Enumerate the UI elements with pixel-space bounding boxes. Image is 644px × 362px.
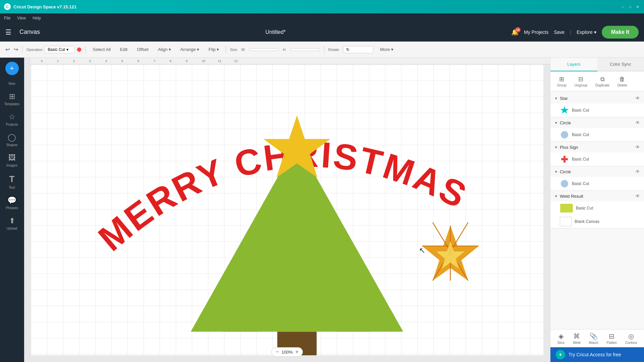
toolbar-divider-4: [324, 46, 324, 54]
canvas-grid: MERRY CHRISTMAS: [31, 64, 543, 355]
my-projects-button[interactable]: My Projects: [524, 29, 548, 35]
sidebar-item-templates[interactable]: ⊞ Templates: [2, 89, 22, 109]
close-button[interactable]: ✕: [635, 4, 640, 9]
width-input[interactable]: [249, 48, 279, 51]
slice-tool[interactable]: ◈ Slice: [557, 332, 565, 345]
chevron-icon: ▼: [554, 97, 558, 100]
minimize-button[interactable]: ─: [621, 4, 625, 9]
redo-button[interactable]: ↪: [14, 46, 18, 53]
layer-item-star-basic-cut[interactable]: Basic Cut: [550, 104, 644, 117]
layer-group-plus-header[interactable]: ▼ Plus Sign 👁: [550, 142, 644, 153]
zoom-in-button[interactable]: +: [296, 349, 299, 355]
notification-badge: 15: [515, 27, 521, 33]
notification-button[interactable]: 🔔 15: [511, 28, 519, 36]
sidebar-item-new[interactable]: New: [2, 79, 22, 88]
delete-button[interactable]: 🗑 Delete: [615, 74, 630, 88]
secondary-toolbar: ↩ ↪ Operation Basic Cut ▾ Select All Edi…: [0, 42, 644, 58]
menu-file[interactable]: File: [4, 16, 10, 20]
rotate-label: Rotate: [328, 48, 339, 52]
sidebar-item-text[interactable]: T Text: [2, 171, 22, 192]
select-all-button[interactable]: Select All: [90, 46, 113, 53]
edit-button[interactable]: Edit: [117, 46, 130, 53]
canvas-label: Canvas: [19, 28, 40, 36]
rotate-input[interactable]: ↻: [343, 46, 373, 53]
layer-item-circle-2-basic-cut[interactable]: Basic Cut: [550, 177, 644, 190]
more-button[interactable]: More ▾: [377, 46, 396, 53]
visibility-toggle[interactable]: 👁: [635, 169, 640, 174]
upload-icon: ⬆: [9, 217, 15, 225]
layer-thumbnail: [560, 106, 569, 115]
hamburger-menu[interactable]: ☰: [5, 28, 11, 36]
visibility-toggle[interactable]: 👁: [635, 144, 640, 150]
arrange-button[interactable]: Arrange ▾: [178, 46, 202, 53]
visibility-toggle[interactable]: 👁: [635, 193, 640, 199]
cricut-icon: ✦: [556, 350, 565, 359]
visibility-toggle[interactable]: 👁: [635, 120, 640, 125]
layer-group-circle-1: ▼ Circle 👁 Basic Cut: [550, 117, 644, 142]
maximize-button[interactable]: □: [628, 4, 633, 9]
weld-tool[interactable]: ⌘ Weld: [573, 332, 581, 345]
svg-rect-16: [561, 158, 568, 160]
layer-item-blank-canvas[interactable]: Blank Canvas: [550, 215, 644, 228]
ungroup-icon: ⊟: [578, 75, 583, 83]
layer-group-circle-2-header[interactable]: ▼ Circle 👁: [550, 166, 644, 177]
tab-layers[interactable]: Layers: [550, 58, 597, 71]
layer-thumbnail: [560, 203, 573, 213]
layer-thumbnail: [560, 155, 569, 164]
menu-view[interactable]: View: [17, 16, 26, 20]
slice-icon: ◈: [558, 332, 564, 340]
explore-button[interactable]: Explore ▾: [577, 29, 596, 35]
align-button[interactable]: Align ▾: [155, 46, 174, 53]
layer-group-weld: ▼ Weld Result 👁 Basic Cut Blank Canvas: [550, 191, 644, 229]
toolbar-right: 🔔 15 My Projects Save | Explore ▾ Make I…: [511, 26, 639, 39]
duplicate-button[interactable]: ⧉ Duplicate: [593, 74, 612, 88]
sidebar-item-phrases[interactable]: 💬 Phrases: [2, 193, 22, 213]
visibility-toggle[interactable]: 👁: [635, 96, 640, 101]
operation-select[interactable]: Basic Cut ▾: [45, 46, 75, 53]
chevron-icon: ▼: [554, 194, 558, 198]
menu-help[interactable]: Help: [33, 16, 41, 20]
tab-color-sync[interactable]: Color Sync: [597, 58, 644, 71]
cricut-banner-text: Try Cricut Access for free: [569, 352, 621, 357]
toolbar-divider-2: [86, 46, 86, 54]
canvas-area[interactable]: MERRY CHRISTMAS: [24, 58, 550, 362]
new-button[interactable]: +: [5, 62, 19, 75]
flip-button[interactable]: Flip ▾: [206, 46, 222, 53]
sidebar-item-upload[interactable]: ⬆ Upload: [2, 214, 22, 233]
ungroup-button[interactable]: ⊟ Ungroup: [572, 74, 590, 88]
toolbar-divider: [22, 46, 22, 54]
save-button[interactable]: Save: [554, 29, 565, 35]
phrases-icon: 💬: [7, 196, 16, 205]
group-button[interactable]: ⊞ Group: [554, 74, 569, 88]
menu-bar: File View Help: [0, 13, 644, 23]
zoom-controls[interactable]: − 100% +: [271, 347, 303, 357]
svg-point-14: [561, 131, 568, 138]
panel-toolbar: ⊞ Group ⊟ Ungroup ⧉ Duplicate 🗑 Delete: [550, 71, 644, 92]
sidebar-item-projects[interactable]: ☆ Projects: [2, 110, 22, 129]
duplicate-icon: ⧉: [600, 76, 605, 83]
toolbar-divider: |: [570, 29, 571, 35]
color-picker[interactable]: [77, 47, 82, 52]
offset-button[interactable]: Offset: [134, 46, 151, 53]
layer-item-plus-basic-cut[interactable]: Basic Cut: [550, 153, 644, 166]
layer-group-star-header[interactable]: ▼ Star 👁: [550, 93, 644, 104]
sidebar-item-images[interactable]: 🖼 Images: [2, 151, 22, 170]
layer-item-circle-1-basic-cut[interactable]: Basic Cut: [550, 128, 644, 141]
chevron-icon: ▼: [554, 145, 558, 149]
make-it-button[interactable]: Make It: [602, 26, 639, 39]
svg-marker-13: [560, 106, 569, 114]
cricut-access-banner[interactable]: ✦ Try Cricut Access for free: [550, 347, 644, 362]
shapes-icon: ◯: [8, 133, 16, 142]
height-input[interactable]: [290, 48, 320, 51]
flatten-tool[interactable]: ⊟ Flatten: [607, 332, 617, 345]
bottom-panel: ◈ Slice ⌘ Weld 📎 Attach ⊟ Flatten ◎ Cont…: [550, 329, 644, 347]
zoom-out-button[interactable]: −: [276, 349, 279, 355]
attach-tool[interactable]: 📎 Attach: [589, 332, 598, 345]
contour-tool[interactable]: ◎ Contour: [625, 332, 637, 345]
layer-group-weld-header[interactable]: ▼ Weld Result 👁: [550, 191, 644, 201]
layer-group-circle-1-header[interactable]: ▼ Circle 👁: [550, 117, 644, 128]
window-controls[interactable]: ─ □ ✕: [621, 4, 640, 9]
undo-button[interactable]: ↩: [5, 46, 10, 53]
layer-item-weld-basic-cut[interactable]: Basic Cut: [550, 201, 644, 215]
sidebar-item-shapes[interactable]: ◯ Shapes: [2, 130, 22, 149]
